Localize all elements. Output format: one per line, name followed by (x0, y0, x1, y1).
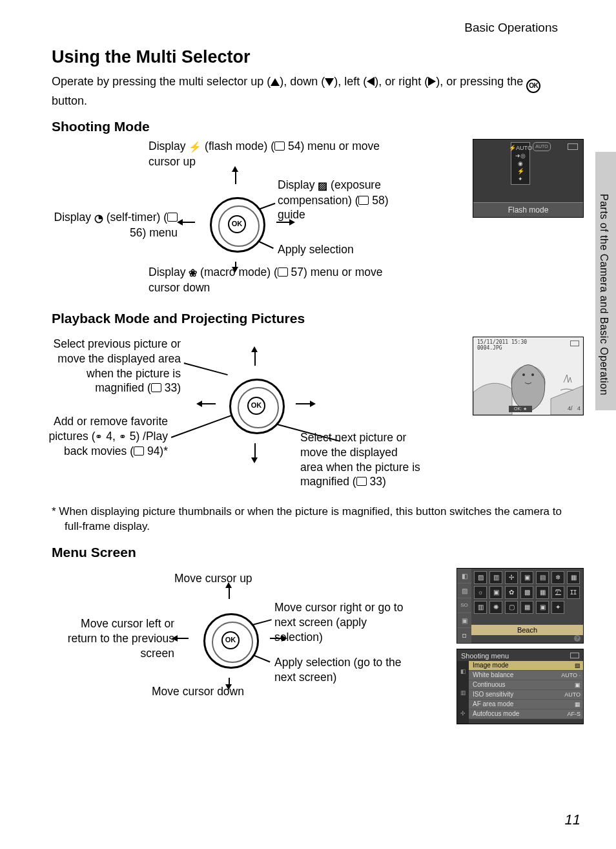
play-right-label: Select next picture or move the displaye… (300, 430, 423, 489)
book-icon (274, 142, 285, 151)
triangle-up-icon (271, 78, 280, 86)
book-icon (278, 267, 288, 277)
menu-item-af-area: AF area mode▦ (469, 700, 583, 709)
shoot-down-label: Display ❀ (macro mode) ( 57) menu or mov… (149, 265, 407, 295)
triangle-down-icon (325, 78, 334, 86)
intro-paragraph: Operate by pressing the multi selector u… (52, 74, 577, 109)
self-timer-icon: ◔ (94, 213, 103, 224)
menu-item-image-mode: Image mode▧ (469, 661, 583, 671)
book-icon (167, 213, 178, 222)
shoot-left-label: Display ◔ (self-timer) ( 56) menu (48, 210, 178, 240)
ok-button-icon: OK (526, 79, 540, 93)
macro-icon: ❀ (189, 267, 197, 278)
svg-point-3 (531, 373, 534, 376)
play-up-label: Select previous picture or move the disp… (45, 337, 181, 395)
triangle-left-icon (367, 77, 375, 86)
svg-point-2 (522, 373, 525, 376)
menu-left-label: Move cursor left or return to the previo… (58, 616, 174, 660)
playback-screen-preview: 15/11/2011 15:300004.JPG OK: ★ 4/ 4 (473, 337, 584, 415)
shoot-right-label: Display ▨ (exposure compensation) ( 58) … (278, 178, 400, 222)
battery-icon (570, 341, 579, 346)
book-icon (358, 196, 369, 205)
scene-menu-preview: ◧▨SO▣◘ ▨▥✢▣▤❄▦ ☼▣✿▩▦ ⛱ⵊⵊ▥✺▢ ▦▣✦ Beach ? (457, 568, 584, 644)
battery-icon (570, 653, 579, 658)
ref-icon: ⚭ (95, 431, 103, 443)
ok-center-icon: OK (228, 215, 246, 233)
footnote: * When displaying picture thumbnails or … (65, 505, 577, 534)
book-icon (356, 477, 367, 486)
shooting-menu-preview: Shooting menu ◧▥✢ Image mode▧ White bala… (457, 649, 584, 724)
multi-selector-wheel: OK (197, 184, 274, 262)
menu-item-white-balance: White balanceAUTO · (469, 671, 583, 680)
book-icon (134, 446, 144, 456)
page-number: 11 (565, 810, 580, 830)
breadcrumb: Basic Operations (52, 19, 577, 36)
playback-mode-heading: Playback Mode and Projecting Pictures (52, 309, 577, 328)
menu-screen-heading: Menu Screen (52, 543, 577, 561)
exposure-comp-icon: ▨ (318, 180, 327, 191)
menu-right-label: Move cursor right or go to next screen (… (274, 600, 404, 644)
flash-icon: ⚡ (189, 142, 201, 152)
menu-item-iso: ISO sensitivityAUTO (469, 690, 583, 700)
shooting-screen-preview: ⚡AUTO➜◎◉⚡✦ AUTO Flash mode (473, 139, 584, 218)
shoot-ok-label: Apply selection (278, 242, 354, 257)
multi-selector-wheel: OK (190, 600, 268, 678)
menu-item-continuous: Continuous▣ (469, 680, 583, 690)
battery-icon (568, 143, 578, 150)
ok-center-icon: OK (247, 397, 265, 415)
book-icon (151, 383, 161, 392)
menu-ok-label: Apply selection (go to the next screen) (274, 655, 404, 685)
shooting-mode-heading: Shooting Mode (52, 118, 577, 136)
multi-selector-wheel: OK (216, 366, 294, 443)
menu-up-label: Move cursor up (174, 571, 252, 586)
play-ok-label: Add or remove favorite pictures (⚭ 4, ⚭ … (26, 414, 168, 458)
ref-icon: ⚭ (119, 431, 127, 443)
shoot-up-label: Display ⚡ (flash mode) ( 54) menu or mov… (149, 139, 387, 169)
menu-item-autofocus: Autofocus modeAF-S (469, 709, 583, 719)
page-title: Using the Multi Selector (52, 45, 577, 68)
triangle-right-icon (428, 77, 436, 86)
